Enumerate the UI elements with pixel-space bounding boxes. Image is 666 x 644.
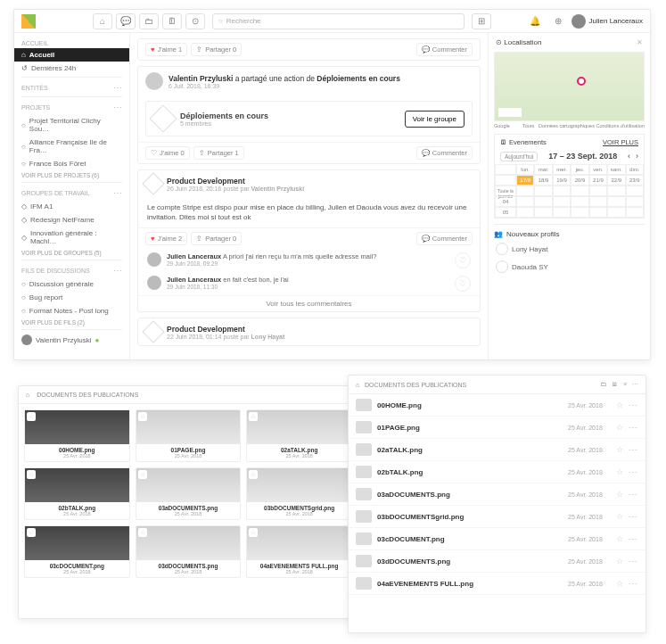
like-button[interactable]: ♥J'aime 2 xyxy=(145,232,187,245)
doc-list-row[interactable]: 04aEVENEMENTS FULL.png25 Avr. 2018☆⋯ xyxy=(349,573,645,595)
sidebar-project[interactable]: ○ Projet Territorial Clichy Sou… xyxy=(14,114,129,136)
share-button[interactable]: ⇪ Partager 0 xyxy=(191,43,242,56)
sidebar-item-last24[interactable]: ↺ Dernières 24h xyxy=(14,62,129,75)
doc-list-row[interactable]: 00HOME.png25 Avr. 2018☆⋯ xyxy=(349,394,645,417)
favorite-icon[interactable]: ♡ xyxy=(455,276,471,292)
more-icon[interactable]: ⋯ xyxy=(629,400,638,410)
location-icon[interactable]: ⊙ xyxy=(185,13,205,29)
star-icon[interactable]: ☆ xyxy=(616,467,623,476)
share-button[interactable]: ⇪ Partager 0 xyxy=(191,232,242,245)
file-icon[interactable]: 🗎 xyxy=(612,381,618,388)
doc-list-row[interactable]: 02bTALK.png25 Avr. 2018☆⋯ xyxy=(349,461,645,483)
star-icon[interactable]: ☆ xyxy=(138,470,147,479)
home-icon[interactable]: ⌂ xyxy=(93,13,112,29)
star-icon[interactable]: ☆ xyxy=(616,579,623,588)
list-view-icon[interactable]: ≡ xyxy=(623,381,627,388)
more-icon[interactable]: ⋯ xyxy=(629,423,638,433)
more-icon[interactable]: ⋯ xyxy=(113,266,122,276)
doc-grid-item[interactable]: ☆00HOME.png25 Avr. 2018 xyxy=(24,409,130,462)
calendar-icon[interactable]: 🗓 xyxy=(162,13,182,29)
search-input[interactable]: ○ Recherche xyxy=(212,13,465,29)
more-icon[interactable]: ⋯ xyxy=(629,512,638,522)
doc-grid-item[interactable]: ☆02aTALK.png25 Avr. 2018 xyxy=(246,409,352,462)
more-icon[interactable]: ⋯ xyxy=(632,381,638,388)
sidebar-thread[interactable]: ○ Bug report xyxy=(14,291,129,304)
more-icon[interactable]: ⋯ xyxy=(629,490,638,500)
star-icon[interactable]: ☆ xyxy=(27,528,36,537)
doc-list-row[interactable]: 03cDOCUMENT.png25 Avr. 2018☆⋯ xyxy=(349,528,645,550)
sidebar-more-groups[interactable]: VOIR PLUS DE GROUPES (5) xyxy=(14,248,129,258)
bell-icon[interactable]: 🔔 xyxy=(525,13,545,29)
doc-grid-item[interactable]: ☆02bTALK.png25 Avr. 2018 xyxy=(24,467,130,520)
grid-icon[interactable]: ⊞ xyxy=(472,13,491,29)
sidebar-more-projects[interactable]: VOIR PLUS DE PROJETS (6) xyxy=(14,170,129,180)
more-icon[interactable]: ⋯ xyxy=(113,103,122,112)
calendar-grid[interactable]: lun.mar.mer.jeu.ven.sam.dim. 17/918/919/… xyxy=(495,164,644,218)
sidebar-thread[interactable]: ○ Discussion générale xyxy=(14,277,129,291)
star-icon[interactable]: ☆ xyxy=(616,400,623,409)
map[interactable] xyxy=(494,52,645,121)
chat-icon[interactable]: 💬 xyxy=(116,13,136,29)
sidebar-item-home[interactable]: ⌂ Accueil xyxy=(14,48,129,62)
doc-list-row[interactable]: 02aTALK.png25 Avr. 2018☆⋯ xyxy=(349,439,645,461)
more-icon[interactable]: ⋯ xyxy=(629,445,638,455)
sidebar-user[interactable]: Valentin Przyluski ● xyxy=(14,332,129,348)
star-icon[interactable]: ☆ xyxy=(249,412,258,421)
like-button[interactable]: ♥J'aime 1 xyxy=(145,43,187,56)
star-icon[interactable]: ☆ xyxy=(138,412,147,421)
sidebar-group[interactable]: ◇ Innovation générale : Machi… xyxy=(14,227,129,248)
profile-item[interactable]: Daouda SY xyxy=(494,258,645,276)
sidebar-more-threads[interactable]: VOIR PLUS DE FILS (2) xyxy=(14,318,129,327)
avatar[interactable] xyxy=(147,252,161,267)
prev-icon[interactable]: ‹ xyxy=(628,152,630,161)
star-icon[interactable]: ☆ xyxy=(138,528,147,537)
doc-grid-item[interactable]: ☆03aDOCUMENTS.png25 Avr. 2018 xyxy=(136,467,242,520)
star-icon[interactable]: ☆ xyxy=(249,528,258,537)
avatar[interactable] xyxy=(147,276,161,290)
close-icon[interactable]: ✕ xyxy=(637,38,643,46)
doc-list-row[interactable]: 03bDOCUMENTSgrid.png25 Avr. 2018☆⋯ xyxy=(349,506,645,528)
star-icon[interactable]: ☆ xyxy=(616,423,623,432)
star-icon[interactable]: ☆ xyxy=(27,470,36,479)
doc-list-row[interactable]: 01PAGE.png25 Avr. 2018☆⋯ xyxy=(349,417,645,439)
logo[interactable] xyxy=(21,14,36,29)
star-icon[interactable]: ☆ xyxy=(616,557,623,566)
doc-grid-item[interactable]: ☆01PAGE.png25 Avr. 2018 xyxy=(136,409,242,462)
like-button[interactable]: ♡ J'aime 0 xyxy=(145,146,190,160)
more-icon[interactable]: ⋯ xyxy=(629,534,638,544)
avatar[interactable] xyxy=(145,72,163,90)
sidebar-project[interactable]: ○ France Bois Fôret xyxy=(14,157,129,170)
sidebar-thread[interactable]: ○ Format Notes - Post long xyxy=(14,304,129,318)
share-button[interactable]: ⇪ Partager 1 xyxy=(193,146,244,160)
more-icon[interactable]: ⋯ xyxy=(113,188,122,198)
star-icon[interactable]: ☆ xyxy=(249,470,258,479)
doc-grid-item[interactable]: ☆03cDOCUMENT.png25 Avr. 2018 xyxy=(24,525,130,578)
sidebar-group[interactable]: ◇ Redesign NetFrame xyxy=(14,213,129,227)
more-icon[interactable]: ⋯ xyxy=(629,467,638,477)
more-icon[interactable]: ⋯ xyxy=(629,557,638,566)
comment-button[interactable]: 💬 Commenter xyxy=(416,146,473,160)
view-all-comments[interactable]: Voir tous les commentaires xyxy=(138,295,480,311)
doc-grid-item[interactable]: ☆04aEVENEMENTS FULL.png25 Avr. 2018 xyxy=(246,525,352,578)
add-icon[interactable]: ⊕ xyxy=(548,13,568,29)
voir-plus-link[interactable]: VOIR PLUS xyxy=(603,138,638,146)
star-icon[interactable]: ☆ xyxy=(616,490,623,499)
star-icon[interactable]: ☆ xyxy=(616,534,623,543)
comment-button[interactable]: 💬 Commenter xyxy=(416,43,473,56)
doc-grid-item[interactable]: ☆03bDOCUMENTSgrid.png25 Avr. 2018 xyxy=(246,467,352,520)
star-icon[interactable]: ☆ xyxy=(616,445,623,454)
next-icon[interactable]: › xyxy=(636,152,638,161)
profile-item[interactable]: Lony Hayat xyxy=(494,240,645,258)
star-icon[interactable]: ☆ xyxy=(27,412,36,421)
doc-grid-item[interactable]: ☆03dDOCUMENTS.png25 Avr. 2018 xyxy=(136,525,242,578)
sidebar-project[interactable]: ○ Alliance Française Ile de Fra… xyxy=(14,136,129,157)
doc-list-row[interactable]: 03aDOCUMENTS.png25 Avr. 2018☆⋯ xyxy=(349,483,645,506)
more-icon[interactable]: ⋯ xyxy=(629,579,638,589)
view-group-button[interactable]: Voir le groupe xyxy=(405,111,465,128)
user-menu[interactable]: Julien Lanceraux xyxy=(571,14,643,29)
folder-icon[interactable]: 🗀 xyxy=(600,381,606,388)
today-button[interactable]: Aujourd'hui xyxy=(500,152,538,161)
doc-list-row[interactable]: 03dDOCUMENTS.png25 Avr. 2018☆⋯ xyxy=(349,550,645,573)
star-icon[interactable]: ☆ xyxy=(616,512,623,521)
more-icon[interactable]: ⋯ xyxy=(113,83,122,93)
